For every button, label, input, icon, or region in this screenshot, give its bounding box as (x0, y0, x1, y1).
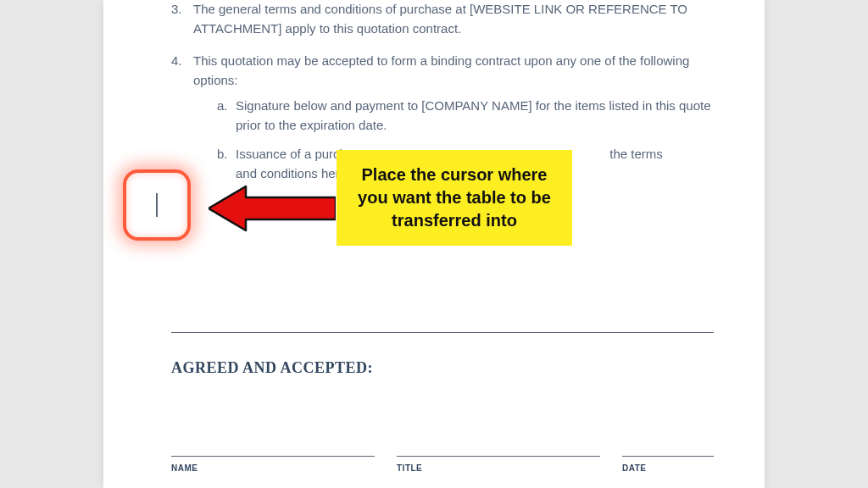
sub-label: b. (217, 145, 236, 164)
signature-label: TITLE (397, 462, 600, 474)
signature-label: NAME (171, 462, 375, 474)
signature-name[interactable]: NAME (171, 456, 375, 474)
sub-item-a: a. Signature below and payment to [COMPA… (217, 97, 714, 135)
list-text: The general terms and conditions of purc… (193, 0, 714, 38)
list-item-3: 3. The general terms and conditions of p… (171, 0, 714, 38)
section-divider (171, 332, 714, 333)
signature-line (397, 456, 600, 457)
list-number: 3. (171, 0, 193, 19)
sub-b-suffix-1: the terms (609, 147, 663, 161)
sub-text: Signature below and payment to [COMPANY … (236, 97, 714, 135)
cursor-highlight-box (123, 169, 191, 241)
signature-date[interactable]: DATE (622, 456, 714, 474)
signature-title[interactable]: TITLE (397, 456, 600, 474)
item4-text: This quotation may be accepted to form a… (193, 52, 714, 90)
signature-label: DATE (622, 462, 714, 474)
sub-label: a. (217, 97, 236, 116)
list-number: 4. (171, 52, 193, 71)
signature-row: NAME TITLE DATE (171, 456, 714, 474)
signature-line (171, 456, 375, 457)
text-cursor-icon (156, 193, 158, 217)
agreed-heading: AGREED AND ACCEPTED: (171, 357, 714, 380)
instruction-callout: Place the cursor where you want the tabl… (337, 150, 572, 246)
signature-line (622, 456, 714, 457)
